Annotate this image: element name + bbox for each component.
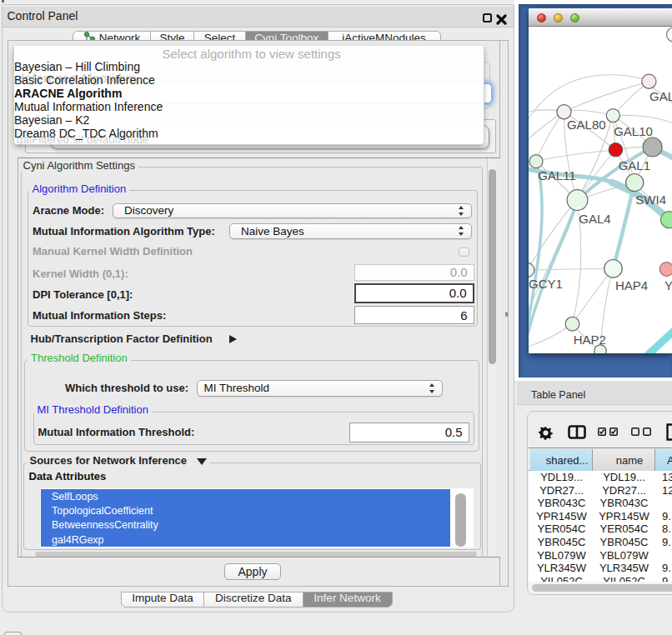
column-header-shared[interactable]: shared... [530,449,593,471]
settings-scrollbar-track[interactable] [487,158,496,557]
table-cell: YLR345W [593,562,655,575]
table-cell: YBR045C [593,536,655,549]
unchecked-pair-icon[interactable] [631,428,653,436]
network-node-HAP4[interactable] [604,260,623,278]
mi-steps-field[interactable]: 6 [354,306,474,324]
table-cell: YDR27... [593,484,655,498]
table-hscrollbar-thumb[interactable] [532,584,672,592]
network-edge[interactable] [536,150,615,161]
gear-icon[interactable] [539,426,553,440]
network-view-window[interactable]: GAL7GAL80GAL10GAL1GAL11SWI4GAL4GCY1HAP4Y… [529,8,672,353]
bottom-tab-discretize-data[interactable]: Discretize Data [204,592,303,608]
attribute-item[interactable]: SelfLoops [41,489,450,503]
table-header-row: shared...nameA [529,448,672,471]
mi-threshold-label: Mutual Information Threshold: [38,426,195,438]
dropdown-item[interactable]: Mutual Information Inference [14,100,163,113]
network-canvas[interactable]: GAL7GAL80GAL10GAL1GAL11SWI4GAL4GCY1HAP4Y… [529,27,672,353]
mac-zoom-icon[interactable] [570,13,579,22]
algorithm-definition-title: Algorithm Definition [29,182,130,195]
network-edge[interactable] [614,182,635,268]
network-node-GAL7[interactable] [642,74,656,88]
table-row[interactable]: YDL19...YDL19...13 [529,471,672,484]
network-edge[interactable] [536,112,564,161]
network-node-salmon[interactable] [659,262,672,277]
table-row[interactable]: YBR045CYBR045C9. [529,536,672,549]
mi-type-combobox[interactable]: Naive Bayes [229,223,472,239]
expanded-arrow-icon [197,458,207,465]
columns-icon[interactable] [568,425,586,439]
table-row[interactable]: YER054CYER054C8. [529,522,672,536]
float-window-icon[interactable] [483,13,492,22]
dropdown-item[interactable]: Bayesian – K2 [14,113,89,127]
hub-factor-label: Hub/Transcription Factor Definition [31,332,213,345]
network-node-gray[interactable] [643,138,662,157]
network-edge[interactable] [529,324,572,348]
table-cell: 12 [655,484,672,498]
node-label-SWI4: SWI4 [635,192,666,207]
node-label-GAL80: GAL80 [567,118,606,132]
kernel-width-field[interactable]: 0.0 [354,264,474,282]
attribute-item[interactable]: TopologicalCoefficient [41,503,450,518]
attribute-item[interactable]: gal4RGexp [41,532,450,547]
network-edge[interactable] [529,268,613,270]
table-cell: YER054C [530,522,593,536]
network-node-top-cut[interactable] [667,28,672,42]
table-row[interactable]: YDR27...YDR27...12 [529,484,672,498]
network-node-GAL4[interactable] [567,190,588,211]
mac-minimize-icon[interactable] [554,13,563,22]
which-threshold-combobox[interactable]: MI Threshold [197,380,443,397]
column-header-name[interactable]: name [593,449,655,471]
manual-kernel-checkbox[interactable] [459,248,470,258]
network-edge[interactable] [568,82,649,110]
splitpane-handle[interactable] [505,312,508,317]
network-node-SWI4[interactable] [626,174,644,192]
bottom-tab-infer-network[interactable]: Infer Network [303,592,392,608]
control-panel-titlebar[interactable]: Control Panel [3,7,514,28]
network-node-GAL11[interactable] [529,155,543,168]
network-edge[interactable] [639,325,672,353]
close-icon[interactable] [496,14,507,25]
network-node-GCY1[interactable] [529,263,534,278]
settings-hscrollbar[interactable] [35,552,477,557]
minimized-window-icon[interactable] [4,632,22,635]
combo-arrows-icon [459,206,464,216]
settings-scrollbar-thumb[interactable] [489,169,496,364]
network-node-GAL1-red[interactable] [609,143,622,157]
table-cell [655,497,672,510]
table-row[interactable]: YPR145WYPR145W9. [529,510,672,523]
settings-scroll-area: Cyni Algorithm Settings Algorithm Defini… [18,158,500,558]
network-node-HAP2[interactable] [565,317,579,331]
table-row[interactable]: YBR043CYBR043C [529,497,672,510]
hub-factor-section-toggle[interactable]: Hub/Transcription Factor Definition [31,332,237,345]
table-row[interactable]: YIL052CYIL052C9. [529,574,672,582]
bottom-tab-impute-data[interactable]: Impute Data [122,592,204,608]
mac-close-icon[interactable] [537,13,546,22]
checked-pair-icon[interactable] [598,428,619,436]
list-scrollbar-thumb[interactable] [455,493,467,548]
inference-algorithm-ghost-label: Inference Algorithm [21,71,137,86]
node-label-GAL7: GAL7 [649,89,672,103]
dropdown-item[interactable]: ARACNE Algorithm [14,87,122,100]
table-hscrollbar-track[interactable] [529,582,672,594]
table-panel-titlebar[interactable]: Table Panel [517,381,672,405]
table-cell: YPR145W [530,510,593,523]
network-node-GAL10[interactable] [606,109,619,122]
dpi-tolerance-field[interactable]: 0.0 [354,283,474,304]
attribute-item[interactable]: BetweennessCentrality [41,518,450,532]
corner-artifact [2,0,4,2]
table-row[interactable]: YBL079WYBL079W [529,548,672,562]
apply-button[interactable]: Apply [224,563,281,580]
table-cell [655,548,672,562]
table-cell: 13 [655,471,672,484]
mi-threshold-field[interactable]: 0.5 [349,422,469,442]
network-window-titlebar[interactable] [529,8,672,27]
aracne-mode-combobox[interactable]: Discovery [113,203,472,219]
node-label-GAL4: GAL4 [579,212,610,226]
sources-section-toggle[interactable]: Sources for Network Inference [27,454,211,467]
table-cell: YIL052C [593,574,655,582]
mi-threshold-title: MI Threshold Definition [34,403,152,416]
table-row[interactable]: YLR345WYLR345W9. [529,562,672,575]
data-attributes-list[interactable]: SelfLoopsTopologicalCoefficientBetweenne… [40,488,474,548]
document-icon[interactable] [666,423,672,441]
column-header-A[interactable]: A [655,449,672,471]
